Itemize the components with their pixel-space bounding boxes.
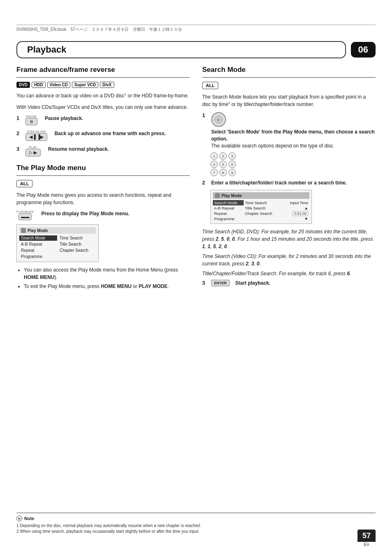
right-step-1-sub: The available search options depend on t… (211, 143, 334, 149)
badge-supervcd: Super VCD (72, 82, 98, 88)
pm-repeat: Repeat (213, 211, 244, 216)
menu-time-search: Time Search (58, 235, 96, 241)
pm-arrow-up: ▲ (277, 205, 309, 211)
note-1: 1 Depending on the disc, normal playback… (16, 523, 376, 529)
section-play-mode: The Play Mode menu ALL The Play Mode men… (16, 164, 190, 290)
remote-circle-btn: ▷ (211, 112, 226, 127)
bullet-list: You can also access the Play Mode menu f… (16, 266, 190, 290)
all-badge-left: ALL (16, 180, 32, 187)
page-num-box: 57 En (357, 530, 376, 547)
numpad-5: 5 (219, 161, 227, 168)
enter-button: ENTER (211, 280, 230, 286)
italic-time-search-hdd: Time Search (HDD, DVD): For example, for… (202, 228, 376, 250)
note-section: N Note 1 Depending on the disc, normal p… (16, 513, 376, 534)
right-step-3: 3 ENTER Start playback. (202, 280, 376, 287)
page-title: Playback (16, 41, 346, 58)
numpad-4: 4 (210, 161, 218, 168)
pm-programme: Programme (213, 216, 244, 221)
menu-repeat: Repeat (19, 248, 57, 253)
remote-icon-wrapper: ▷ (211, 112, 376, 127)
numpad: 1 2 3 4 5 6 7 8 9 (210, 152, 376, 176)
step-2-icon: STEP/SLOW ◀▐ ▐▶ (25, 130, 49, 141)
section-divider-1 (16, 77, 190, 78)
body-text-playmode: The Play Mode menu gives you access to s… (16, 191, 190, 206)
menu-title-search: Title Search (58, 242, 96, 247)
numpad-7: 7 (210, 169, 218, 176)
menu-icon-right (215, 193, 220, 198)
note-title: N Note (16, 516, 376, 521)
pm-time-value: 0:01:00 (277, 211, 309, 216)
step-1-icon: PAUSE ⏸ (25, 115, 39, 125)
menu-search-mode: Search Mode (19, 235, 57, 241)
menu-icon (21, 228, 26, 233)
remote-circle-inner: ▷ (214, 115, 223, 124)
main-content: Playback 06 Frame advance/frame reverse … (16, 41, 376, 514)
play-button: PLAY ▷ ▶ (25, 146, 41, 157)
badge-hdd: HDD (32, 82, 46, 88)
step-1-text: Pause playback. (45, 115, 190, 122)
pm-search-mode: Search Mode (213, 200, 244, 205)
italic-folder-search: Title/Chapter/Folder/Track Search: For e… (202, 270, 376, 277)
enter-btn-wrapper: ENTER (211, 280, 230, 286)
right-column: Search Mode ALL The Search Mode feature … (202, 66, 376, 294)
pm-time-search: Time Search (244, 200, 277, 205)
section-divider-3 (202, 77, 376, 78)
step-playmode-text: Press to display the Play Mode menu. (41, 210, 190, 217)
section-title-playmode: The Play Mode menu (16, 164, 190, 172)
section-frame-advance: Frame advance/frame reverse DVD HDD Vide… (16, 66, 190, 157)
numpad-2: 2 (219, 152, 227, 160)
step-2: 2 STEP/SLOW ◀▐ ▐▶ Back up or advance one… (16, 130, 190, 141)
step-3-icon: PLAY ▷ ▶ (25, 146, 42, 157)
badge-divx: DivX (100, 82, 114, 88)
pm-input-time-label: Input Time (277, 200, 309, 205)
section-title-search: Search Mode (202, 66, 376, 74)
media-badges: DVD HDD Video CD Super VCD DivX (16, 82, 190, 88)
note-icon: N (16, 516, 22, 521)
note-2: 2 When using time search, playback may o… (16, 529, 376, 534)
right-step-1: 1 ▷ Select 'Search Mode' from the Play M… (202, 112, 376, 149)
step-2-text: Back up or advance one frame with each p… (55, 130, 190, 137)
numpad-9: 9 (228, 169, 236, 176)
pm-empty (244, 216, 277, 221)
page-lang: En (364, 542, 369, 547)
page-number: 57 (357, 530, 376, 542)
body-text-1: You can advance or back up video on a DV… (16, 92, 190, 99)
badge-dvd: DVD (16, 82, 30, 88)
numpad-6: 6 (228, 161, 236, 168)
pm-title-search: Title Search (244, 205, 277, 211)
step-3-text: Resume normal playback. (48, 146, 190, 153)
menu-items: Search Mode Time Search A-B Repeat Title… (19, 235, 96, 259)
pm-ab-repeat: A-B Repeat (213, 205, 244, 211)
right-step-1-text: Select 'Search Mode' from the Play Mode … (211, 129, 375, 149)
left-column: Frame advance/frame reverse DVD HDD Vide… (16, 66, 190, 294)
note-label: Note (24, 516, 34, 521)
section-divider-2 (16, 175, 190, 176)
right-step-2-text: Enter a title/chapter/folder/ track numb… (211, 180, 376, 187)
content-columns: Frame advance/frame reverse DVD HDD Vide… (16, 66, 376, 294)
section-search-mode: Search Mode ALL The Search Mode feature … (202, 66, 376, 287)
menu-box-title: Play Mode (19, 227, 96, 234)
menu-programme: Programme (19, 254, 57, 259)
play-mode-menu-box-left: Play Mode Search Mode Time Search A-B Re… (16, 224, 99, 262)
numpad-1: 1 (210, 152, 218, 160)
step-slow-button: STEP/SLOW ◀▐ ▐▶ (25, 130, 47, 141)
bullet-2: To exit the Play Mode menu, press HOME M… (24, 283, 190, 290)
menu-chapter-search: Chapter Search (58, 248, 96, 253)
step-playmode: PLAYMODE ▬▬ Press to display the Play Mo… (16, 210, 190, 220)
numpad-wrapper: 1 2 3 4 5 6 7 8 9 (210, 152, 376, 176)
play-mode-grid: Search Mode Time Search Input Time A-B R… (213, 200, 309, 221)
body-text-search: The Search Mode feature lets you start p… (202, 93, 376, 108)
chapter-number: 06 (351, 42, 376, 58)
badge-videocd: Video CD (47, 82, 70, 88)
numpad-8: 8 (219, 169, 227, 176)
file-info: DVR650HS_TDR_EN.book 57ページ ２００７年４月９日 月曜日… (16, 27, 182, 32)
playmode-btn-icon: PLAYMODE ▬▬ (16, 210, 35, 220)
numpad-3: 3 (228, 152, 236, 160)
menu-ab-repeat: A-B Repeat (19, 242, 57, 247)
play-mode-header-right: Play Mode (213, 192, 309, 199)
header-bar: DVR650HS_TDR_EN.book 57ページ ２００７年４月９日 月曜日… (16, 25, 376, 32)
right-step-2: 2 Enter a title/chapter/folder/ track nu… (202, 180, 376, 187)
title-bar: Playback 06 (16, 41, 376, 58)
play-mode-menu-box-right: Play Mode Search Mode Time Search Input … (210, 190, 312, 224)
pm-arrow-down: ▼ (277, 216, 309, 221)
